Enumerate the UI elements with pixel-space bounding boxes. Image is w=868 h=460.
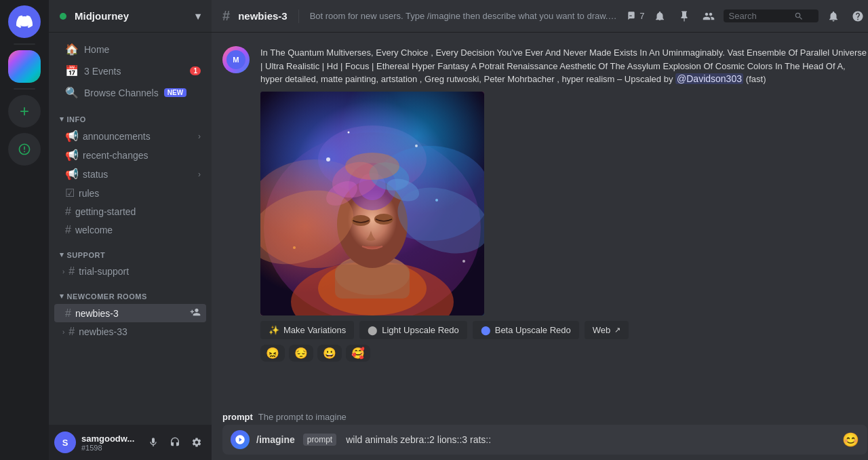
channel-label: rules xyxy=(79,188,99,199)
channel-announcements[interactable]: 📢 announcements › xyxy=(54,127,206,145)
server-name: Midjourney xyxy=(75,10,129,22)
search-input[interactable] xyxy=(729,11,790,21)
hash3-icon: # xyxy=(68,265,75,277)
user-info: samgoodw... #1598 xyxy=(81,434,138,452)
make-variations-button[interactable]: ✨ Make Variations xyxy=(260,321,354,339)
browse-label: Browse Channels xyxy=(84,88,159,98)
midjourney-server-icon[interactable] xyxy=(8,50,41,83)
prompt-bar: prompt The prompt to imagine /imagine pr… xyxy=(212,409,868,460)
channel-label: newbies-33 xyxy=(79,326,127,337)
svg-point-29 xyxy=(293,246,296,249)
discover-button[interactable] xyxy=(8,133,41,166)
message-body: In The Quantum Multiverses, Every Choice… xyxy=(260,47,867,84)
member-count: 7 xyxy=(626,11,644,22)
prompt-label: prompt The prompt to imagine xyxy=(222,412,867,422)
add-server-button[interactable]: + xyxy=(8,95,41,128)
web-label: Web xyxy=(593,325,611,335)
channel-getting-started[interactable]: # getting-started xyxy=(54,203,206,221)
home-icon: 🏠 xyxy=(65,43,79,56)
channel-recent-changes[interactable]: 📢 recent-changes xyxy=(54,146,206,164)
imagine-input[interactable] xyxy=(346,434,835,445)
channel-label: status xyxy=(83,169,108,180)
light-circle-icon: ⬤ xyxy=(368,325,378,335)
reaction-angry[interactable]: 😖 xyxy=(260,345,285,362)
channel-trial-support[interactable]: › # trial-support xyxy=(54,263,206,280)
svg-point-31 xyxy=(348,131,350,133)
svg-point-28 xyxy=(435,199,438,202)
channel-description: Bot room for new users. Type /imagine th… xyxy=(310,11,618,21)
checkbox-icon: ☑ xyxy=(65,187,75,199)
reaction-happy[interactable]: 😀 xyxy=(317,345,342,362)
megaphone2-icon: 📢 xyxy=(65,149,79,161)
messages-area[interactable]: M In The Quantum Multiverses, Every Choi… xyxy=(212,33,868,409)
channel-label: recent-changes xyxy=(83,150,149,161)
beta-upscale-button[interactable]: ⬤ Beta Upscale Redo xyxy=(473,321,579,339)
expand3-icon[interactable]: › xyxy=(62,268,64,275)
events-icon: 📅 xyxy=(65,64,79,77)
emoji-picker-icon[interactable]: 😊 xyxy=(842,432,859,448)
section-newcomer[interactable]: ▾ NEWCOMER ROOMS xyxy=(49,281,212,303)
svg-point-16 xyxy=(374,214,393,225)
sidebar-item-events[interactable]: 📅 3 Events 1 xyxy=(54,60,206,81)
settings-button[interactable] xyxy=(187,433,206,452)
server-header[interactable]: Midjourney ▾ xyxy=(49,0,212,33)
expand-icon[interactable]: › xyxy=(198,132,201,141)
channel-welcome[interactable]: # welcome xyxy=(54,221,206,239)
sidebar-item-browse[interactable]: 🔍 Browse Channels NEW xyxy=(54,82,206,103)
svg-point-30 xyxy=(462,260,465,263)
light-upscale-button[interactable]: ⬤ Light Upscale Redo xyxy=(359,321,467,339)
section-info-label: INFO xyxy=(67,115,86,123)
reaction-love[interactable]: 🥰 xyxy=(346,345,370,362)
expand2-icon[interactable]: › xyxy=(198,170,201,179)
mic-button[interactable] xyxy=(144,433,163,452)
browse-icon: 🔍 xyxy=(65,86,79,99)
make-variations-label: Make Variations xyxy=(283,325,346,335)
svg-point-27 xyxy=(415,145,418,147)
channel-newbies-33[interactable]: › # newbies-33 xyxy=(54,323,206,341)
web-button[interactable]: Web ↗ xyxy=(585,321,629,339)
username: samgoodw... xyxy=(81,434,138,444)
header-divider xyxy=(298,9,299,23)
channel-rules[interactable]: ☑ rules xyxy=(54,184,206,202)
reaction-sad[interactable]: 😔 xyxy=(289,345,313,362)
section-info[interactable]: ▾ INFO xyxy=(49,104,212,126)
message-text: In The Quantum Multiverses, Every Choice… xyxy=(260,46,867,86)
chevron3-icon: ▾ xyxy=(60,292,64,301)
speed-tag: (fast) xyxy=(746,74,766,84)
channel-status[interactable]: 📢 status › xyxy=(54,165,206,183)
bot-avatar xyxy=(231,430,250,449)
ai-generated-image xyxy=(260,92,484,315)
channel-label: getting-started xyxy=(75,206,136,217)
user-avatar[interactable]: S xyxy=(54,432,76,453)
sidebar-item-home[interactable]: 🏠 Home xyxy=(54,39,206,60)
inbox-icon-button[interactable] xyxy=(824,7,843,26)
pin-icon-button[interactable] xyxy=(675,7,694,26)
server-status-dot xyxy=(60,13,66,20)
help-icon-button[interactable] xyxy=(848,7,867,26)
chevron-icon: ▾ xyxy=(60,115,64,123)
notification-icon-button[interactable] xyxy=(650,7,669,26)
home-label: Home xyxy=(84,44,109,55)
events-badge: 1 xyxy=(190,66,201,75)
love-emoji: 🥰 xyxy=(351,347,365,360)
events-label: 3 Events xyxy=(84,66,121,77)
channel-label: welcome xyxy=(75,225,113,235)
add-member-icon[interactable] xyxy=(190,307,201,320)
sad-emoji: 😔 xyxy=(294,347,308,360)
search-box[interactable] xyxy=(724,9,818,22)
channel-label: newbies-3 xyxy=(75,308,119,319)
chevron-down-icon: ▾ xyxy=(195,10,201,22)
headphone-button[interactable] xyxy=(165,433,184,452)
beta-upscale-label: Beta Upscale Redo xyxy=(495,325,571,335)
members-icon-button[interactable] xyxy=(699,7,718,26)
imagine-command: /imagine xyxy=(256,434,295,445)
main-content: # newbies-3 Bot room for new users. Type… xyxy=(212,0,868,460)
discord-logo-button[interactable] xyxy=(8,5,41,38)
megaphone-icon: 📢 xyxy=(65,130,79,142)
channel-newbies-3[interactable]: # newbies-3 xyxy=(54,304,206,322)
sidebar-body: 🏠 Home 📅 3 Events 1 🔍 Browse Channels NE… xyxy=(49,33,212,425)
section-support[interactable]: ▾ SUPPORT xyxy=(49,239,212,262)
angry-emoji: 😖 xyxy=(266,347,279,360)
channel-label: trial-support xyxy=(79,266,129,277)
chevron2-icon: ▾ xyxy=(60,250,64,259)
